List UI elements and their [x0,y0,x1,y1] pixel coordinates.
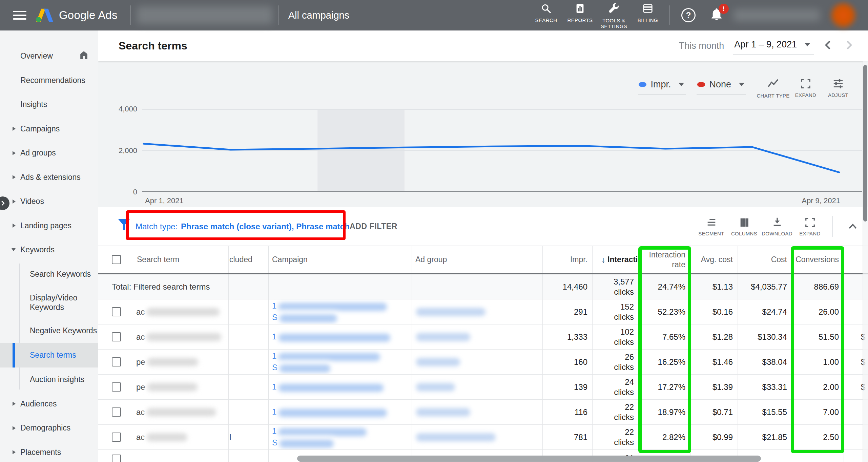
search-term-cell: ac [136,324,228,349]
campaign-link[interactable]: S [272,438,277,447]
impressions-line-chart[interactable] [142,109,862,192]
table-row: pe1S16026clicks16.25%$1.46$38.041.00$ [98,350,868,375]
page-title: Search terms [119,40,187,52]
row-checkbox[interactable] [112,382,121,392]
search-terms-table: Search termcludedCampaignAd groupImpr.↓I… [98,246,868,462]
impr-cell: 1,333 [542,324,592,349]
nav-reports-button[interactable]: REPORTS [563,1,597,23]
row-checkbox[interactable] [112,307,121,316]
interaction-rate-cell: 16.25% [639,350,690,374]
context-title[interactable]: All campaigns [288,10,350,21]
expand-table-button[interactable]: EXPAND [793,217,826,236]
download-button[interactable]: DOWNLOAD [761,217,793,236]
chart-type-button[interactable]: CHART TYPE [757,78,789,99]
campaign-link[interactable]: S [272,363,277,372]
menu-icon[interactable] [13,11,26,20]
adjust-button[interactable]: ADJUST [822,78,854,99]
campaign-link[interactable]: 1 [272,382,276,391]
campaign-link[interactable]: 1 [272,351,276,360]
row-checkbox[interactable] [112,357,121,366]
nav-billing-button[interactable]: BILLING [631,1,665,23]
horizontal-scrollbar-thumb[interactable] [297,456,761,462]
next-period-button-disabled[interactable] [843,39,854,52]
nav-search-button[interactable]: SEARCH [529,1,563,23]
row-checkbox[interactable] [112,433,121,442]
primary-metric-select[interactable]: Impr. [638,79,686,95]
redacted-text-blur [278,303,387,311]
column-header-rate[interactable]: Interactionrate [639,246,690,273]
sidebar-item-auction-insights[interactable]: Auction insights [0,368,98,392]
row-checkbox[interactable] [112,407,121,417]
sidebar-item-search-terms[interactable]: Search terms [0,343,98,368]
button-label: EXPAND [795,92,816,98]
sidebar-item-audiences[interactable]: Audiences [0,392,98,416]
campaign-link[interactable]: 1 [272,407,276,416]
sidebar-item-insights[interactable]: Insights [0,92,98,117]
row-checkbox[interactable] [112,455,121,462]
secondary-metric-select[interactable]: None [697,79,746,95]
add-filter-button[interactable]: ADD FILTER [350,207,397,246]
account-email-redacted [733,9,820,21]
match-type-filter-chip[interactable]: Match type: Phrase match (close variant)… [136,207,350,246]
secondary-metric-dot [697,82,705,87]
redacted-text-blur [147,358,198,366]
sidebar-item-videos[interactable]: Videos [0,189,98,214]
chevron-right-icon [13,402,16,406]
column-header-ad_group[interactable]: Ad group [412,246,542,273]
wrench-icon [608,3,620,16]
column-header-campaign[interactable]: Campaign [268,246,412,273]
column-header-avg_cost[interactable]: Avg. cost [690,246,738,273]
sidebar-item-campaigns[interactable]: Campaigns [0,117,98,141]
page-header: Search terms This month Apr 1 – 9, 2021 [98,30,868,61]
cost-cell: $33.31 [738,375,792,399]
row-checkbox[interactable] [112,332,121,341]
sidebar-item-ad-groups[interactable]: Ad groups [0,141,98,165]
sidebar-item-keywords[interactable]: Keywords [0,238,98,262]
date-range-picker[interactable]: Apr 1 – 9, 2021 [733,37,814,55]
column-header-conversions[interactable]: Conversions [792,246,844,273]
table-header-row: Search termcludedCampaignAd groupImpr.↓I… [98,246,868,274]
campaign-link[interactable]: 1 [272,301,276,310]
date-preset-label: This month [679,41,724,51]
expand-button[interactable]: EXPAND [789,78,822,99]
google-ads-logo-icon[interactable]: Google Ads [36,8,118,22]
help-icon[interactable]: ? [681,8,696,22]
columns-button[interactable]: COLUMNS [728,217,761,236]
search-terms-table-panel: Match type: Phrase match (close variant)… [98,207,868,462]
select-all-checkbox[interactable] [112,255,121,264]
ad-group-cell [412,324,542,349]
sidebar-item-ads-extensions[interactable]: Ads & extensions [0,165,98,190]
search-term-prefix: pe [136,382,145,392]
column-header-impr[interactable]: Impr. [542,246,592,273]
campaign-link[interactable]: 1 [272,426,276,436]
previous-period-button[interactable] [823,39,834,52]
nav-tools-button[interactable]: TOOLS & SETTINGS [597,1,631,29]
column-header-term[interactable]: Search term [136,246,228,273]
total-interactions: 3,577clicks [592,274,639,299]
chevron-down-icon [804,43,810,46]
column-header-included[interactable]: cluded [228,246,268,273]
column-header-cost[interactable]: Cost [738,246,792,273]
vertical-scrollbar-thumb[interactable] [863,65,867,222]
sidebar-item-demographics[interactable]: Demographics [0,416,98,440]
notifications-bell-icon[interactable]: ! [710,8,723,23]
sidebar-item-overview[interactable]: Overview [0,44,98,68]
sidebar-item-display-video-keywords[interactable]: Display/Video Keywords [0,287,98,319]
google-ads-app: Google Ads All campaigns SEARCHREPORTSTO… [0,0,868,462]
sidebar-item-landing-pages[interactable]: Landing pages [0,214,98,238]
impr-cell: 781 [542,425,592,449]
avatar[interactable] [829,1,858,30]
sidebar-item-placements[interactable]: Placements [0,440,98,462]
search-term-prefix: pe [136,357,145,367]
sidebar-item-search-keywords[interactable]: Search Keywords [0,262,98,287]
interactions-value: 152 [593,302,634,312]
column-header-interactions[interactable]: ↓Interactions [592,246,639,273]
conversions-cell: 51.50 [792,324,844,349]
redacted-text-blur [416,383,455,391]
sidebar-item-recommendations[interactable]: Recommendations [0,68,98,93]
reports-icon [574,3,586,16]
campaign-link[interactable]: S [272,313,277,322]
segment-button[interactable]: SEGMENT [695,217,728,236]
campaign-link[interactable]: 1 [272,332,276,341]
sidebar-item-negative-keywords[interactable]: Negative Keywords [0,319,98,343]
